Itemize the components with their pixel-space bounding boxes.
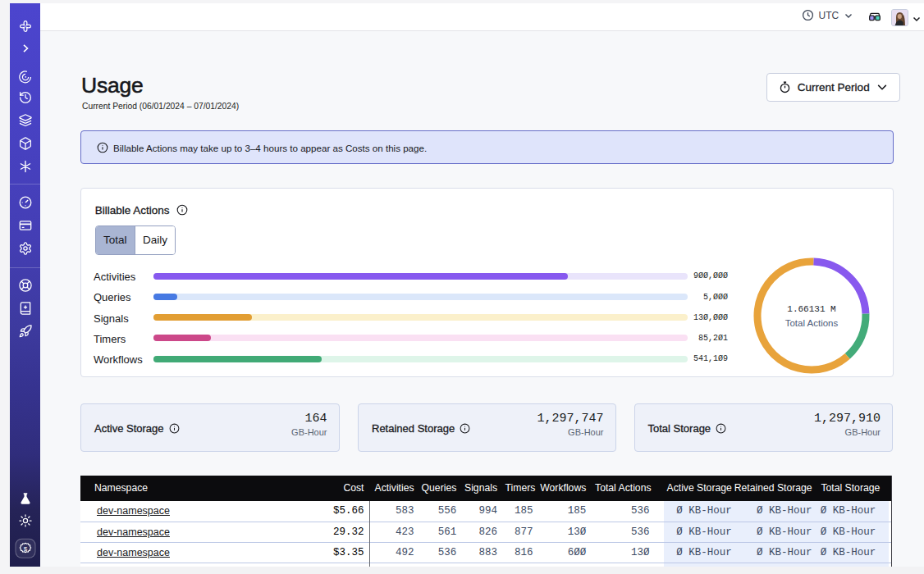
svg-text:$: $ [23, 544, 27, 552]
